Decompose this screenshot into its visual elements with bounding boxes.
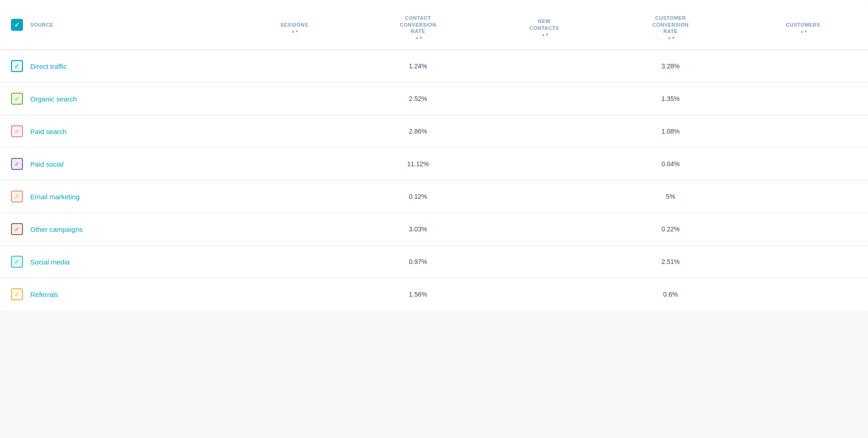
customers-value — [738, 83, 868, 115]
new-contacts-value — [486, 148, 603, 180]
source-cell: ✓ Email marketing — [0, 180, 238, 213]
row-checkbox[interactable]: ✓ — [11, 93, 23, 105]
sessions-value — [238, 180, 351, 213]
source-name[interactable]: Paid social — [30, 160, 64, 168]
contact-conversion-rate-value: 0.12% — [351, 180, 486, 213]
row-checkbox[interactable]: ✓ — [11, 223, 23, 235]
table-row: ✓ Organic search 2.52%1.35% — [0, 83, 868, 115]
checkmark-icon: ✓ — [14, 193, 20, 200]
checkmark-icon: ✓ — [14, 226, 20, 232]
row-checkbox[interactable]: ✓ — [11, 191, 23, 202]
source-cell: ✓ Paid social — [0, 148, 238, 180]
source-name[interactable]: Paid search — [30, 128, 67, 135]
contact-conversion-rate-value: 2.52% — [351, 83, 486, 115]
customers-value — [738, 213, 868, 246]
customers-value — [738, 50, 868, 83]
new-contacts-value — [486, 115, 603, 148]
contact-conversion-rate-value: 1.56% — [351, 278, 486, 311]
checkmark-icon: ✓ — [14, 63, 20, 69]
new-contacts-column-header: NEW CONTACTS ▲▼ — [486, 0, 603, 50]
customer-conversion-rate-value: 0.6% — [603, 278, 738, 311]
table-row: ✓ Social media 0.97%2.51% — [0, 246, 868, 278]
source-cell: ✓ Paid search — [0, 115, 238, 148]
table-row: ✓ Direct traffic 1.24%3.28% — [0, 50, 868, 83]
row-checkbox[interactable]: ✓ — [11, 288, 23, 300]
source-cell: ✓ Social media — [0, 246, 238, 278]
customer-conversion-rate-column-header: CUSTOMER CONVERSION RATE ▲▼ — [603, 0, 738, 50]
source-cell: ✓ Referrals — [0, 278, 238, 311]
new-contacts-value — [486, 246, 603, 278]
new-contacts-value — [486, 180, 603, 213]
customer-conversion-rate-value: 1.35% — [603, 83, 738, 115]
customers-value — [738, 115, 868, 148]
new-contacts-value — [486, 50, 603, 83]
row-checkbox[interactable]: ✓ — [11, 256, 23, 268]
contact-conversion-sort-icon[interactable]: ▲▼ — [415, 36, 423, 40]
source-name[interactable]: Social media — [30, 258, 70, 266]
sessions-value — [238, 83, 351, 115]
source-name[interactable]: Email marketing — [30, 193, 80, 201]
select-all-checkbox[interactable]: ✓ — [11, 19, 23, 31]
table-row: ✓ Other campaigns 3.03%0.22% — [0, 213, 868, 246]
contact-conversion-rate-value: 3.03% — [351, 213, 486, 246]
customers-value — [738, 180, 868, 213]
new-contacts-value — [486, 278, 603, 311]
new-contacts-value — [486, 213, 603, 246]
new-contacts-sort-icon[interactable]: ▲▼ — [541, 33, 549, 37]
sources-table: ✓ SOURCE SESSIONS ▲▼ CONTACT CONVERSION … — [0, 0, 868, 310]
source-label: SOURCE — [30, 22, 53, 28]
table-row: ✓ Email marketing 0.12%5% — [0, 180, 868, 213]
customers-value — [738, 148, 868, 180]
source-cell: ✓ Direct traffic — [0, 50, 238, 83]
source-name[interactable]: Referrals — [30, 291, 58, 298]
table-row: ✓ Referrals 1.56%0.6% — [0, 278, 868, 311]
customer-conversion-rate-value: 0.04% — [603, 148, 738, 180]
checkmark-icon: ✓ — [14, 161, 20, 167]
customers-value — [738, 246, 868, 278]
sessions-sort-icon[interactable]: ▲▼ — [291, 30, 299, 34]
customer-conversion-rate-value: 3.28% — [603, 50, 738, 83]
sessions-value — [238, 278, 351, 311]
source-cell: ✓ Other campaigns — [0, 213, 238, 246]
row-checkbox[interactable]: ✓ — [11, 60, 23, 72]
source-column-header: ✓ SOURCE — [0, 0, 238, 50]
contact-conversion-rate-value: 0.97% — [351, 246, 486, 278]
customer-conversion-sort-icon[interactable]: ▲▼ — [668, 36, 675, 40]
customer-conversion-rate-value: 5% — [603, 180, 738, 213]
customers-column-header: CUSTOMERS ▲▼ — [738, 0, 868, 50]
source-cell: ✓ Organic search — [0, 83, 238, 115]
checkmark-icon: ✓ — [14, 95, 20, 102]
checkmark-icon: ✓ — [14, 291, 20, 298]
contact-conversion-rate-value: 11.12% — [351, 148, 486, 180]
checkmark-icon: ✓ — [14, 258, 20, 265]
source-name[interactable]: Direct traffic — [30, 62, 67, 70]
customer-conversion-rate-value: 1.08% — [603, 115, 738, 148]
sessions-value — [238, 213, 351, 246]
customers-value — [738, 278, 868, 311]
contact-conversion-rate-column-header: CONTACT CONVERSION RATE ▲▼ — [351, 0, 486, 50]
row-checkbox[interactable]: ✓ — [11, 158, 23, 170]
customers-sort-icon[interactable]: ▲▼ — [800, 30, 808, 34]
source-name[interactable]: Organic search — [30, 95, 77, 103]
checkmark-icon: ✓ — [14, 128, 20, 135]
table-row: ✓ Paid search 2.86%1.08% — [0, 115, 868, 148]
contact-conversion-rate-value: 2.86% — [351, 115, 486, 148]
sessions-value — [238, 115, 351, 148]
sessions-value — [238, 50, 351, 83]
sessions-value — [238, 148, 351, 180]
new-contacts-value — [486, 83, 603, 115]
row-checkbox[interactable]: ✓ — [11, 125, 23, 137]
contact-conversion-rate-value: 1.24% — [351, 50, 486, 83]
header-checkmark: ✓ — [14, 22, 20, 28]
sessions-column-header: SESSIONS ▲▼ — [238, 0, 351, 50]
table-row: ✓ Paid social 11.12%0.04% — [0, 148, 868, 180]
sessions-value — [238, 246, 351, 278]
customer-conversion-rate-value: 0.22% — [603, 213, 738, 246]
customer-conversion-rate-value: 2.51% — [603, 246, 738, 278]
source-name[interactable]: Other campaigns — [30, 225, 83, 233]
